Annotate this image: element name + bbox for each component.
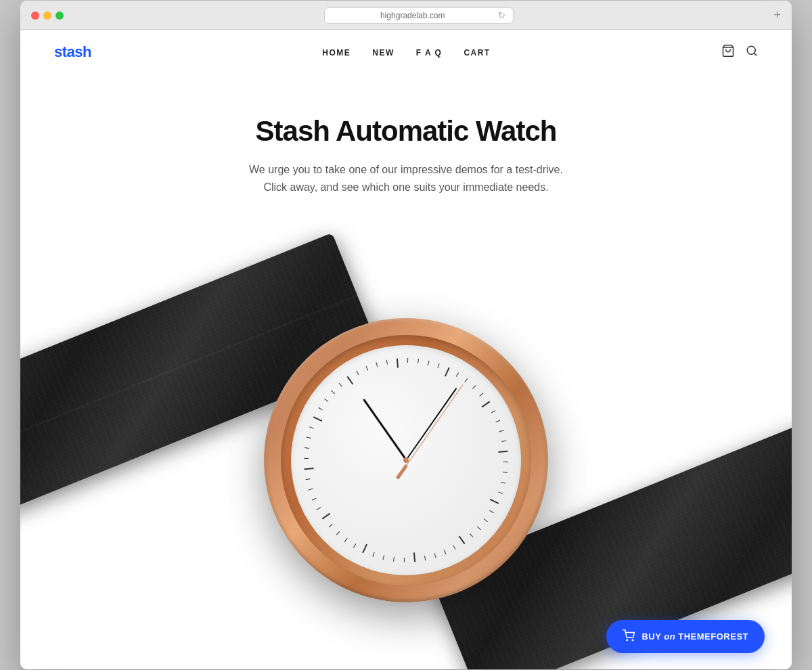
- svg-line-12: [479, 393, 483, 397]
- svg-line-45: [312, 498, 317, 500]
- svg-line-27: [470, 533, 473, 537]
- svg-line-37: [372, 552, 374, 557]
- refresh-button[interactable]: ↻: [498, 10, 505, 20]
- svg-line-41: [336, 531, 340, 535]
- svg-line-24: [489, 510, 493, 514]
- new-tab-button[interactable]: +: [773, 8, 781, 22]
- nav-new[interactable]: NEW: [372, 48, 394, 58]
- nav-home[interactable]: HOME: [322, 48, 351, 58]
- watch-container: // This will be rendered via JS below: [20, 223, 792, 669]
- watch-face: // This will be rendered via JS below: [281, 336, 531, 585]
- search-icon[interactable]: [746, 45, 758, 60]
- svg-line-3: [397, 359, 398, 368]
- browser-chrome: highgradelab.com ↻ +: [20, 1, 792, 30]
- maximize-button[interactable]: [55, 12, 64, 20]
- svg-line-39: [353, 544, 357, 548]
- logo[interactable]: stash: [54, 43, 91, 61]
- svg-line-16: [499, 430, 504, 432]
- svg-point-63: [627, 640, 628, 641]
- svg-line-19: [503, 462, 508, 462]
- svg-line-33: [414, 553, 415, 562]
- svg-line-30: [444, 550, 446, 554]
- navbar: stash HOME NEW F A Q CART: [20, 30, 792, 74]
- svg-line-4: [407, 358, 408, 363]
- svg-line-14: [491, 411, 496, 413]
- svg-line-57: [339, 383, 342, 387]
- buy-label: BUY on THEMEFOREST: [641, 631, 748, 642]
- svg-line-60: [366, 366, 368, 371]
- nav-cart[interactable]: CART: [464, 48, 490, 58]
- svg-line-5: [418, 359, 419, 363]
- svg-line-55: [324, 399, 328, 402]
- svg-point-64: [633, 640, 634, 641]
- svg-line-46: [308, 489, 313, 490]
- svg-line-31: [434, 554, 436, 558]
- svg-line-6: [428, 361, 430, 365]
- svg-line-8: [445, 367, 450, 376]
- svg-line-38: [362, 544, 367, 553]
- svg-line-52: [309, 426, 314, 428]
- svg-line-47: [306, 479, 311, 480]
- watch-case-inner: // This will be rendered via JS below: [271, 325, 542, 596]
- svg-line-62: [386, 360, 387, 365]
- svg-line-58: [347, 376, 353, 385]
- svg-line-18: [498, 451, 508, 452]
- nav-icons: [721, 44, 758, 60]
- svg-line-23: [490, 499, 499, 504]
- svg-line-51: [307, 437, 311, 439]
- browser-window: highgradelab.com ↻ + stash HOME NEW F A …: [20, 1, 792, 669]
- minimize-button[interactable]: [43, 12, 51, 20]
- svg-line-2: [754, 53, 756, 55]
- svg-line-22: [498, 491, 503, 493]
- svg-line-56: [332, 390, 335, 395]
- svg-line-25: [484, 518, 488, 522]
- svg-line-21: [501, 482, 505, 484]
- hero-subtitle: We urge you to take one of our impressiv…: [230, 161, 582, 196]
- url-bar[interactable]: highgradelab.com: [324, 7, 514, 24]
- svg-line-26: [477, 527, 480, 531]
- svg-line-29: [453, 545, 455, 550]
- svg-line-36: [382, 555, 384, 560]
- svg-line-59: [357, 371, 359, 376]
- svg-line-53: [313, 416, 322, 422]
- svg-line-42: [329, 524, 333, 528]
- svg-line-17: [501, 441, 506, 441]
- close-button[interactable]: [31, 12, 39, 20]
- svg-line-10: [464, 378, 468, 382]
- buy-button[interactable]: BUY on THEMEFOREST: [606, 620, 765, 653]
- svg-line-20: [503, 472, 508, 473]
- cart-icon[interactable]: [721, 44, 735, 60]
- hero-section: Stash Automatic Watch We urge you to tak…: [20, 74, 792, 196]
- site-content: stash HOME NEW F A Q CART: [20, 30, 792, 669]
- svg-line-9: [456, 373, 459, 377]
- svg-line-15: [495, 420, 500, 422]
- svg-line-7: [437, 363, 439, 368]
- svg-line-50: [304, 447, 309, 449]
- svg-line-54: [319, 407, 323, 411]
- svg-line-34: [404, 558, 405, 562]
- svg-line-61: [376, 363, 378, 367]
- nav-links: HOME NEW F A Q CART: [322, 46, 490, 58]
- svg-line-11: [472, 386, 476, 389]
- svg-line-44: [317, 508, 321, 510]
- on-text: on: [664, 631, 675, 642]
- hero-title: Stash Automatic Watch: [34, 115, 778, 148]
- url-bar-wrapper: highgradelab.com ↻: [72, 7, 765, 24]
- svg-line-40: [344, 538, 348, 542]
- svg-line-35: [393, 557, 394, 562]
- svg-line-49: [304, 458, 309, 459]
- svg-line-48: [304, 468, 314, 469]
- svg-line-13: [482, 401, 491, 407]
- svg-line-43: [322, 514, 331, 519]
- nav-faq[interactable]: F A Q: [416, 48, 443, 58]
- cart-icon-btn: [623, 629, 635, 644]
- svg-line-32: [424, 556, 425, 560]
- svg-line-28: [459, 536, 465, 545]
- browser-traffic-lights: [31, 12, 64, 20]
